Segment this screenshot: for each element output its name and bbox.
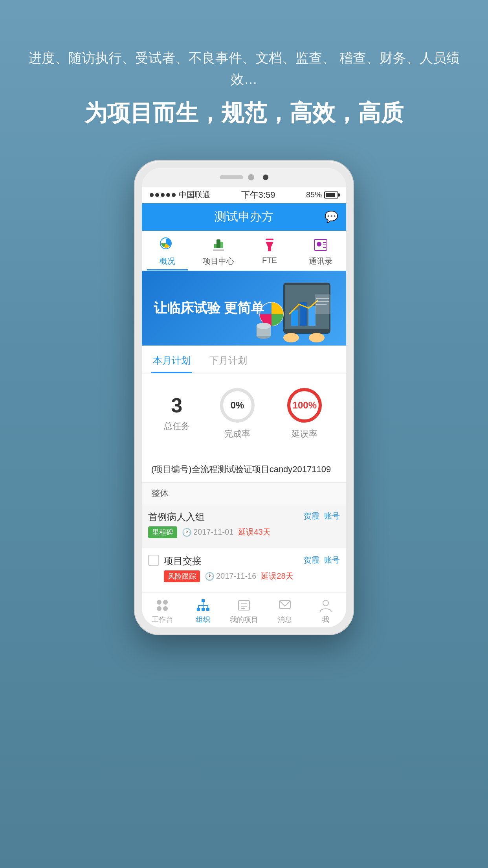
bottom-nav-me[interactable]: 我 bbox=[305, 598, 346, 624]
chat-icon[interactable]: 💬 bbox=[325, 210, 338, 223]
signal-dot-3 bbox=[161, 193, 165, 197]
task-date-2: 🕐 2017-11-16 bbox=[205, 572, 256, 581]
delay-label: 延误率 bbox=[292, 428, 317, 440]
task-item-1: 首例病人入组 里程碑 🕐 2017-11-01 延误43天 bbox=[142, 504, 346, 548]
stat-total-label: 总任务 bbox=[164, 420, 190, 432]
task-checkbox-2[interactable] bbox=[148, 555, 159, 566]
task-title-2: 项目交接 bbox=[164, 555, 304, 567]
fte-icon bbox=[261, 236, 278, 254]
svg-point-27 bbox=[309, 333, 325, 342]
completion-label: 完成率 bbox=[224, 428, 250, 440]
tab-fte[interactable]: FTE bbox=[244, 231, 295, 270]
task-title-1: 首例病人入组 bbox=[148, 511, 304, 523]
phone-hardware-top bbox=[142, 168, 346, 187]
task-item-2: 项目交接 风险跟踪 🕐 2017-11-16 延误28天 bbox=[142, 548, 346, 592]
svg-point-32 bbox=[157, 600, 161, 605]
task-left-2: 项目交接 风险跟踪 🕐 2017-11-16 延误28天 bbox=[164, 555, 304, 582]
me-icon bbox=[318, 598, 334, 613]
phone-screen: 中国联通 下午3:59 85% 测试申办方 💬 bbox=[142, 168, 346, 627]
carrier-name: 中国联通 bbox=[179, 189, 210, 200]
bottom-nav: 工作台 bbox=[142, 592, 346, 627]
tab-project-label: 项目中心 bbox=[203, 256, 234, 267]
svg-point-34 bbox=[157, 606, 161, 611]
clock-icon-2: 🕐 bbox=[205, 572, 215, 581]
phone-mockup: 中国联通 下午3:59 85% 测试申办方 💬 bbox=[134, 160, 354, 635]
project-title: (项目编号)全流程测试验证项目candy20171109 bbox=[142, 456, 346, 483]
svg-rect-39 bbox=[206, 608, 209, 611]
task-date-1: 🕐 2017-11-01 bbox=[182, 528, 233, 537]
svg-point-21 bbox=[257, 323, 271, 329]
app-title: 测试申办方 bbox=[215, 209, 273, 225]
task-tag-2: 风险跟踪 bbox=[164, 570, 200, 582]
svg-rect-38 bbox=[202, 608, 205, 611]
status-time: 下午3:59 bbox=[241, 189, 275, 201]
completion-circle: 0% bbox=[218, 386, 257, 425]
task-with-checkbox-2: 项目交接 风险跟踪 🕐 2017-11-16 延误28天 bbox=[148, 555, 340, 585]
task-header-2: 项目交接 风险跟踪 🕐 2017-11-16 延误28天 bbox=[164, 555, 340, 582]
banner: 让临床试验 更简单 bbox=[142, 271, 346, 346]
signal-dots bbox=[150, 193, 176, 197]
workbench-icon bbox=[154, 598, 170, 613]
tab-contacts[interactable]: 通讯录 bbox=[295, 231, 346, 270]
battery-percent: 85% bbox=[306, 190, 322, 199]
signal-dot-1 bbox=[150, 193, 154, 197]
task-content-2: 项目交接 风险跟踪 🕐 2017-11-16 延误28天 bbox=[164, 555, 340, 585]
tab-contacts-label: 通讯录 bbox=[309, 256, 332, 267]
svg-rect-15 bbox=[291, 310, 298, 326]
task-meta-2: 风险跟踪 🕐 2017-11-16 延误28天 bbox=[164, 570, 304, 582]
phone-sensor bbox=[248, 174, 254, 180]
myproject-label: 我的项目 bbox=[230, 615, 258, 624]
project-icon bbox=[210, 236, 227, 254]
project-subtitle: 整体 bbox=[142, 483, 346, 504]
task-meta-1: 里程碑 🕐 2017-11-01 延误43天 bbox=[148, 526, 304, 538]
stat-total-value: 3 bbox=[171, 394, 182, 417]
plan-tab-next-month[interactable]: 下月计划 bbox=[208, 346, 249, 373]
signal-dot-4 bbox=[166, 193, 170, 197]
svg-point-33 bbox=[163, 600, 168, 605]
bottom-nav-org[interactable]: 组织 bbox=[183, 598, 224, 624]
assignee-1-1[interactable]: 账号 bbox=[324, 511, 340, 521]
task-assignees-2: 贺霞 账号 bbox=[304, 555, 340, 565]
svg-rect-3 bbox=[216, 239, 220, 248]
stat-delay: 100% 延误率 bbox=[285, 386, 324, 440]
bottom-nav-workbench[interactable]: 工作台 bbox=[142, 598, 183, 624]
tagline-main: 为项目而生，规范，高效，高质 bbox=[69, 98, 419, 129]
task-assignees-1: 贺霞 账号 bbox=[304, 511, 340, 521]
tab-overview-label: 概况 bbox=[160, 256, 175, 267]
messages-icon bbox=[277, 598, 293, 613]
tab-project[interactable]: 项目中心 bbox=[193, 231, 244, 270]
svg-rect-17 bbox=[308, 306, 316, 326]
status-right: 85% bbox=[306, 190, 338, 199]
plan-tab-this-month[interactable]: 本月计划 bbox=[151, 346, 192, 373]
myproject-icon bbox=[236, 598, 252, 613]
bottom-nav-myproject[interactable]: 我的项目 bbox=[224, 598, 264, 624]
stat-total-tasks: 3 总任务 bbox=[164, 394, 190, 432]
svg-point-49 bbox=[323, 600, 328, 606]
phone-camera bbox=[263, 175, 268, 180]
delay-text: 100% bbox=[293, 400, 317, 411]
plan-tabs: 本月计划 下月计划 bbox=[142, 346, 346, 373]
tab-overview[interactable]: 概况 bbox=[142, 231, 193, 270]
app-header: 测试申办方 💬 bbox=[142, 203, 346, 231]
overview-icon bbox=[159, 236, 176, 254]
assignee-2-0[interactable]: 贺霞 bbox=[304, 555, 319, 565]
page-background: 进度、随访执行、受试者、不良事件、文档、监查、 稽查、财务、人员绩效… 为项目而… bbox=[0, 0, 488, 868]
bottom-nav-messages[interactable]: 消息 bbox=[264, 598, 305, 624]
completion-text: 0% bbox=[231, 400, 244, 411]
task-header-1: 首例病人入组 里程碑 🕐 2017-11-01 延误43天 bbox=[148, 511, 340, 538]
stats-section: 3 总任务 0% 完成率 bbox=[142, 374, 346, 452]
banner-text: 让临床试验 更简单 bbox=[154, 299, 264, 318]
phone-shell: 中国联通 下午3:59 85% 测试申办方 💬 bbox=[134, 160, 354, 635]
svg-point-26 bbox=[283, 333, 299, 342]
messages-label: 消息 bbox=[278, 615, 292, 624]
me-label: 我 bbox=[322, 615, 329, 624]
task-left-1: 首例病人入组 里程碑 🕐 2017-11-01 延误43天 bbox=[148, 511, 304, 538]
task-delay-1: 延误43天 bbox=[238, 527, 270, 537]
workbench-label: 工作台 bbox=[152, 615, 173, 624]
svg-rect-4 bbox=[213, 250, 224, 250]
assignee-2-1[interactable]: 账号 bbox=[324, 555, 340, 565]
task-delay-2: 延误28天 bbox=[261, 571, 293, 581]
phone-speaker bbox=[220, 175, 243, 179]
assignee-1-0[interactable]: 贺霞 bbox=[304, 511, 319, 521]
status-left: 中国联通 bbox=[150, 189, 210, 200]
